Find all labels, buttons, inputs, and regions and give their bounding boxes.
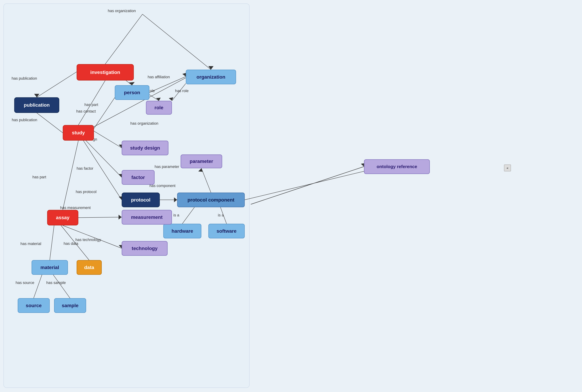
svg-line-18 <box>94 77 187 127</box>
svg-line-66 <box>251 166 364 204</box>
node-source[interactable]: source <box>18 298 50 313</box>
svg-text:has data: has data <box>64 241 78 246</box>
node-study[interactable]: study <box>63 125 94 140</box>
svg-text:has sample: has sample <box>46 280 66 285</box>
node-protocol-component[interactable]: protocol component <box>177 192 245 207</box>
svg-marker-8 <box>129 82 135 85</box>
svg-text:has contact: has contact <box>76 109 96 114</box>
svg-text:has technology: has technology <box>75 238 101 242</box>
svg-line-50 <box>245 170 368 200</box>
node-person[interactable]: person <box>115 85 149 100</box>
svg-marker-53 <box>119 215 122 220</box>
svg-line-43 <box>201 168 211 192</box>
svg-line-29 <box>94 131 122 148</box>
node-data[interactable]: data <box>77 260 102 275</box>
main-container: has organization has publication has con… <box>0 0 582 392</box>
svg-text:has organization: has organization <box>130 121 158 126</box>
svg-line-15 <box>94 92 118 128</box>
node-protocol[interactable]: protocol <box>122 192 160 207</box>
svg-line-1 <box>142 14 211 70</box>
svg-line-46 <box>182 207 194 224</box>
svg-line-10 <box>78 80 105 125</box>
svg-line-48 <box>220 207 226 224</box>
node-measurement[interactable]: measurement <box>122 210 172 224</box>
node-role[interactable]: role <box>146 101 172 114</box>
svg-marker-44 <box>198 168 203 172</box>
node-factor[interactable]: factor <box>122 170 155 185</box>
svg-line-58 <box>50 226 54 260</box>
svg-text:has protocol: has protocol <box>76 190 97 194</box>
svg-marker-24 <box>156 98 161 101</box>
node-investigation[interactable]: investigation <box>77 64 134 80</box>
svg-text:has measurement: has measurement <box>60 206 91 210</box>
svg-text:is a: is a <box>173 213 179 217</box>
svg-line-62 <box>34 275 42 298</box>
diagram-area: has organization has publication has con… <box>4 4 249 388</box>
svg-line-12 <box>37 113 63 133</box>
svg-line-60 <box>61 226 89 260</box>
svg-line-38 <box>63 140 78 210</box>
svg-text:has publication: has publication <box>12 76 37 80</box>
svg-line-64 <box>53 275 70 298</box>
svg-line-52 <box>78 217 122 218</box>
svg-marker-5 <box>34 94 39 97</box>
svg-text:has affiliation: has affiliation <box>148 75 170 79</box>
svg-text:is a: is a <box>218 213 224 217</box>
node-software[interactable]: software <box>208 224 245 238</box>
svg-text:has publication: has publication <box>12 118 37 122</box>
node-material[interactable]: material <box>32 260 68 275</box>
svg-line-55 <box>63 226 122 248</box>
svg-line-35 <box>78 133 122 200</box>
svg-line-26 <box>172 84 186 101</box>
svg-marker-2 <box>208 66 213 70</box>
node-sample[interactable]: sample <box>54 298 86 313</box>
collapse-button[interactable]: « <box>504 164 511 172</box>
svg-line-4 <box>37 72 77 97</box>
svg-text:has factor: has factor <box>77 166 93 170</box>
svg-text:has part: has part <box>33 175 46 179</box>
svg-text:has organization: has organization <box>108 9 136 13</box>
node-assay[interactable]: assay <box>47 210 78 226</box>
svg-marker-41 <box>174 198 177 202</box>
svg-line-20 <box>149 76 186 92</box>
node-organization[interactable]: organization <box>186 70 236 84</box>
svg-text:has source: has source <box>16 280 34 285</box>
node-ontology-reference[interactable]: ontology reference <box>364 159 430 174</box>
svg-text:has parameter: has parameter <box>155 164 179 169</box>
svg-text:has part: has part <box>84 102 98 107</box>
node-parameter[interactable]: parameter <box>181 154 222 168</box>
node-hardware[interactable]: hardware <box>163 224 201 238</box>
node-technology[interactable]: technology <box>122 241 168 256</box>
svg-text:has role: has role <box>175 89 189 93</box>
node-study-design[interactable]: study design <box>122 140 168 155</box>
svg-text:has material: has material <box>21 242 41 246</box>
node-publication[interactable]: publication <box>14 97 59 113</box>
svg-line-0 <box>105 14 142 64</box>
svg-marker-27 <box>169 97 173 101</box>
